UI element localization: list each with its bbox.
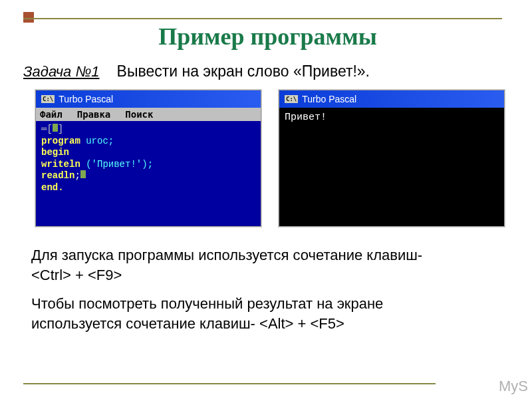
kw-writeln: writeln: [41, 159, 80, 170]
window-icon: C:\: [285, 95, 298, 103]
instructions: Для запуска программы используется сочет…: [23, 245, 512, 334]
instruction-view: Чтобы посмотреть полученный результат на…: [23, 294, 512, 333]
accent-square: [23, 12, 34, 23]
kw-readln: readln: [41, 170, 74, 181]
menu-edit[interactable]: Правка: [77, 109, 111, 120]
window-titlebar: C:\ Turbo Pascal: [279, 90, 504, 108]
kw-begin: begin: [41, 147, 69, 158]
accent-line-top: [23, 18, 502, 19]
semi: ;: [74, 170, 80, 181]
kw-program: program: [41, 136, 80, 146]
ident-uroc: uroc;: [86, 136, 114, 146]
window-icon: C:\: [41, 95, 55, 103]
window-title: Turbo Pascal: [302, 94, 356, 104]
menu-search[interactable]: Поиск: [125, 109, 153, 120]
cursor-icon: [53, 124, 58, 132]
instr2-line1: Чтобы посмотреть полученный результат на…: [31, 295, 383, 312]
screenshots-row: C:\ Turbo Pascal Файл Правка Поиск ═[] p…: [35, 90, 505, 227]
task-text: Вывести на экран слово «Привет!».: [117, 63, 370, 80]
cursor-icon: [80, 170, 86, 178]
slide-title: Пример программы: [23, 23, 512, 51]
watermark: MyS: [499, 378, 528, 395]
kw-end: end.: [41, 182, 64, 193]
turbo-pascal-output-window: C:\ Turbo Pascal Привет!: [279, 90, 505, 227]
instr2-line2: используется сочетание клавиш- <Alt> + <…: [31, 315, 344, 332]
window-title: Turbo Pascal: [59, 94, 113, 104]
instr1-line1: Для запуска программы используется сочет…: [31, 247, 422, 263]
task-row: Задача №1 Вывести на экран слово «Привет…: [23, 63, 512, 80]
editor-area: ═[] program uroc; begin writeln ('Привет…: [36, 121, 261, 226]
window-titlebar: C:\ Turbo Pascal: [36, 90, 261, 108]
accent-line-bottom: [23, 383, 436, 384]
console-output: Привет!: [279, 108, 504, 226]
task-label: Задача №1: [23, 63, 99, 80]
editor-menu-bar: Файл Правка Поиск: [36, 108, 261, 121]
str-privet: ('Привет!');: [80, 159, 153, 170]
instr1-line2: <Ctrl> + <F9>: [31, 267, 122, 283]
turbo-pascal-editor-window: C:\ Turbo Pascal Файл Правка Поиск ═[] p…: [35, 90, 261, 227]
frame-bracket: ═[: [41, 124, 53, 134]
menu-file[interactable]: Файл: [40, 109, 63, 120]
instruction-run: Для запуска программы используется сочет…: [23, 245, 512, 285]
